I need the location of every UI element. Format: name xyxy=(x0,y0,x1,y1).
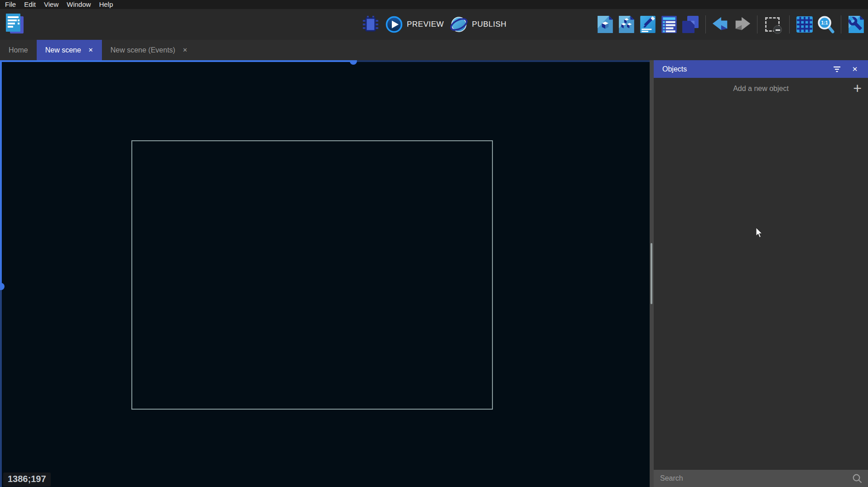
tab-bar: Home New scene ✕ New scene (Events) ✕ xyxy=(0,40,868,60)
objects-panel-icon xyxy=(597,15,614,34)
redo-arrow-icon xyxy=(733,16,751,33)
toggle-grid-button[interactable] xyxy=(796,14,814,34)
filter-button[interactable] xyxy=(831,63,843,75)
search-input[interactable] xyxy=(660,474,852,482)
project-manager-icon xyxy=(5,13,25,35)
tab-home-label: Home xyxy=(9,46,28,54)
delete-selection-button[interactable] xyxy=(763,14,781,34)
app-window: File Edit View Window Help xyxy=(0,0,868,487)
tab-new-scene[interactable]: New scene ✕ xyxy=(37,40,102,60)
tab-close-icon[interactable]: ✕ xyxy=(88,47,93,53)
preview-play-icon xyxy=(386,16,403,33)
debugger-button[interactable] xyxy=(362,14,380,34)
selection-handle-left[interactable] xyxy=(0,283,5,290)
settings-wrench-icon xyxy=(848,15,865,34)
toolbar-separator xyxy=(789,15,790,33)
close-panel-button[interactable]: ✕ xyxy=(849,63,861,75)
add-new-object-label: Add a new object xyxy=(733,85,789,93)
filter-icon xyxy=(833,66,841,72)
game-window-frame xyxy=(131,140,493,410)
delete-selection-icon xyxy=(765,17,780,32)
scene-settings-button[interactable] xyxy=(847,14,865,34)
selection-handle-top[interactable] xyxy=(350,60,357,65)
menu-edit[interactable]: Edit xyxy=(20,0,40,9)
selection-edge-top-dim xyxy=(353,60,650,62)
grid-icon xyxy=(796,16,813,33)
redo-button[interactable] xyxy=(733,14,751,34)
properties-pencil-icon xyxy=(639,15,656,34)
toolbar-separator xyxy=(705,15,706,33)
objects-search-bar xyxy=(654,470,868,487)
toolbar-separator xyxy=(757,15,757,33)
instances-list-icon xyxy=(661,15,678,34)
close-icon: ✕ xyxy=(852,65,858,73)
menu-view[interactable]: View xyxy=(40,0,63,9)
canvas-scrollbar xyxy=(650,60,654,487)
menu-help[interactable]: Help xyxy=(95,0,117,9)
tab-new-scene-events[interactable]: New scene (Events) ✕ xyxy=(102,40,196,60)
plus-icon: + xyxy=(853,81,862,95)
open-object-groups-panel-button[interactable] xyxy=(617,14,636,34)
project-manager-button[interactable] xyxy=(5,13,25,35)
preview-button[interactable]: PREVIEW xyxy=(386,16,444,33)
menu-file[interactable]: File xyxy=(1,0,20,9)
open-instances-list-button[interactable] xyxy=(660,14,678,34)
scene-canvas[interactable]: 1386;197 xyxy=(0,60,650,487)
tab-home[interactable]: Home xyxy=(0,40,37,60)
objects-panel-header: Objects ✕ xyxy=(654,60,868,78)
toolbar-right: 1:1 xyxy=(596,9,865,40)
tab-close-icon[interactable]: ✕ xyxy=(183,47,188,53)
undo-button[interactable] xyxy=(712,14,730,34)
layers-icon xyxy=(681,15,699,34)
objects-list-empty-area xyxy=(654,100,868,470)
svg-text:1:1: 1:1 xyxy=(821,20,828,25)
toolbar-separator xyxy=(841,15,841,33)
menu-bar: File Edit View Window Help xyxy=(0,0,868,9)
selection-edge-left xyxy=(0,60,2,286)
debugger-bug-icon xyxy=(362,15,380,34)
selection-edge-top xyxy=(0,60,353,62)
objects-panel: Objects ✕ Add a new object + xyxy=(654,60,868,487)
open-properties-panel-button[interactable] xyxy=(639,14,657,34)
toolbar: PREVIEW PUBLISH xyxy=(0,9,868,40)
zoom-1-1-icon: 1:1 xyxy=(817,14,835,34)
preview-label: PREVIEW xyxy=(407,20,444,29)
zoom-reset-button[interactable]: 1:1 xyxy=(817,14,835,34)
toolbar-center: PREVIEW PUBLISH xyxy=(362,9,506,40)
tab-new-scene-events-label: New scene (Events) xyxy=(111,46,175,54)
main-area: 1386;197 Objects xyxy=(0,60,868,487)
publish-globe-icon xyxy=(450,15,468,33)
undo-arrow-icon xyxy=(712,16,730,33)
publish-button[interactable]: PUBLISH xyxy=(450,15,506,33)
cursor-coordinates-badge: 1386;197 xyxy=(3,473,51,487)
canvas-scrollbar-thumb[interactable] xyxy=(651,243,652,304)
publish-label: PUBLISH xyxy=(472,20,506,29)
search-icon[interactable] xyxy=(852,473,863,484)
objects-panel-title: Objects xyxy=(662,65,825,73)
open-objects-panel-button[interactable] xyxy=(596,14,614,34)
menu-window[interactable]: Window xyxy=(63,0,95,9)
open-layers-panel-button[interactable] xyxy=(681,14,699,34)
selection-edge-left-dim xyxy=(0,286,2,487)
add-new-object-button[interactable]: Add a new object + xyxy=(654,78,868,100)
object-groups-icon xyxy=(618,15,635,34)
tab-new-scene-label: New scene xyxy=(45,46,81,54)
